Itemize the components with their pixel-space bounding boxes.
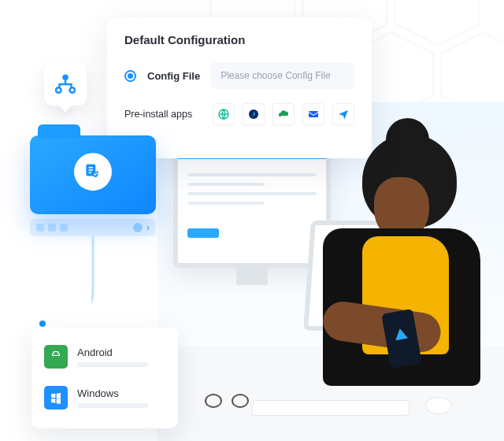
app-icon-mail[interactable] [302, 103, 324, 125]
config-file-picker[interactable]: Please choose Config File [211, 62, 354, 89]
sitemap-icon [54, 72, 77, 96]
app-icon-compass[interactable] [243, 103, 265, 125]
thumb-icon [36, 224, 44, 232]
folder-toolbar: › [30, 219, 156, 236]
globe-icon [217, 108, 230, 120]
sitemap-popover[interactable] [44, 63, 87, 106]
connector-dot-icon [39, 321, 46, 327]
svg-point-11 [70, 87, 76, 93]
connector-line [91, 236, 123, 331]
mouse [425, 397, 452, 414]
checklist-shield-icon [83, 161, 103, 182]
preinstall-app-list [213, 103, 354, 125]
app-icon-globe[interactable] [213, 103, 235, 125]
config-file-radio[interactable] [124, 70, 136, 82]
mail-icon [307, 108, 320, 120]
send-icon [337, 108, 350, 120]
monitor-stand [236, 268, 268, 285]
app-icon-send[interactable] [332, 103, 354, 125]
skeleton-line [77, 403, 148, 408]
person [291, 134, 496, 394]
folder-widget[interactable]: › [30, 135, 156, 236]
preinstall-label: Pre-install apps [124, 109, 192, 120]
svg-point-14 [54, 354, 55, 355]
keyboard [251, 400, 410, 416]
svg-point-15 [57, 354, 59, 355]
svg-point-10 [56, 87, 61, 93]
folder-icon [30, 135, 156, 214]
preinstall-row: Pre-install apps [124, 103, 354, 125]
cloud-icon [277, 108, 290, 120]
svg-marker-2 [395, 0, 480, 45]
config-file-radio-label: Config File [147, 70, 200, 82]
compass-icon [247, 108, 260, 120]
os-label: Windows [77, 387, 148, 399]
android-icon [44, 345, 68, 369]
config-title: Default Configuration [124, 33, 354, 46]
os-label: Android [77, 346, 148, 358]
os-card: Android Windows [32, 328, 178, 428]
chevron-right-icon[interactable]: › [146, 222, 150, 233]
windows-icon [44, 386, 68, 410]
thumb-icon [48, 224, 56, 232]
svg-rect-8 [309, 111, 318, 117]
app-icon-cloud[interactable] [272, 103, 295, 125]
skeleton-line [77, 362, 148, 367]
os-row-windows[interactable]: Windows [44, 381, 165, 414]
dot-icon [133, 223, 143, 232]
svg-point-9 [62, 75, 69, 81]
config-file-row: Config File Please choose Config File [124, 62, 354, 89]
os-row-android[interactable]: Android [44, 340, 165, 373]
thumb-icon [60, 224, 68, 232]
glasses [205, 394, 249, 410]
